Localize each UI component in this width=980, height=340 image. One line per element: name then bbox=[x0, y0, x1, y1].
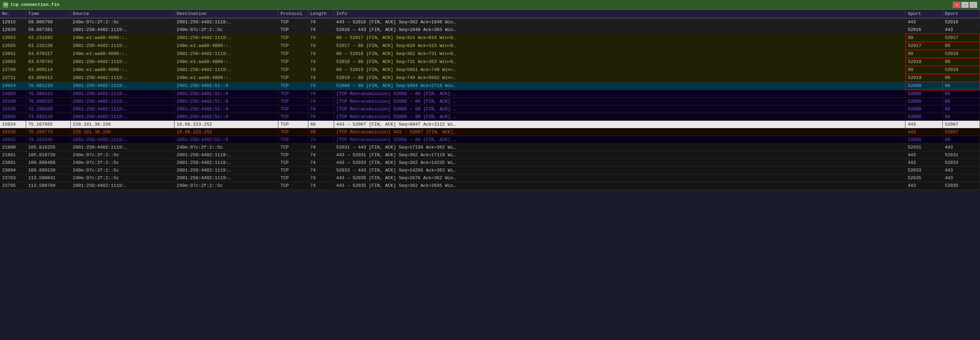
header-info[interactable]: Info bbox=[334, 10, 905, 18]
title-bar: 🦈 tcp.connection.fin ✕ ─ □ bbox=[0, 0, 980, 10]
header-dport[interactable]: Dport bbox=[942, 10, 980, 18]
table-row[interactable]: 1371163.8094122001:250:4402:1119:…240e:e… bbox=[0, 74, 980, 82]
cell-sport: 80 bbox=[905, 66, 943, 74]
cell-time: 63.232158 bbox=[26, 42, 71, 50]
cell-proto: TCP bbox=[278, 151, 308, 159]
cell-time: 70.081210 bbox=[26, 82, 71, 90]
cell-no: 12920 bbox=[0, 26, 26, 34]
cell-info: 443 → 52031 [FIN, ACK] Seq=362 Ack=17119… bbox=[334, 151, 905, 159]
cell-sport: 443 bbox=[905, 18, 943, 26]
cell-no: 13663 bbox=[0, 58, 26, 66]
table-row[interactable]: 23091109.898488240e:97c:2f:2::5c2001:250… bbox=[0, 159, 980, 167]
cell-time: 79.392945 bbox=[26, 136, 71, 144]
cell-time: 72.190360 bbox=[26, 106, 71, 113]
cell-len: 74 bbox=[308, 26, 334, 34]
table-row[interactable]: 1492470.0812102001:250:4402:1119:…2001:2… bbox=[0, 82, 980, 90]
table-row[interactable]: 1592875.189773220.181.38.15610.68.223.25… bbox=[0, 128, 980, 136]
cell-dest: 2001:250:4402:51::9 bbox=[175, 98, 278, 106]
cell-info: [TCP Retransmission] 52008 → 80 [FIN, AC… bbox=[334, 90, 905, 98]
cell-dest: 240e:97c:2f:2::5c bbox=[175, 26, 278, 34]
cell-source: 2001:250:4402:1119:… bbox=[70, 42, 174, 50]
cell-no: 23765 bbox=[0, 182, 26, 190]
cell-sport: 52018 bbox=[905, 58, 943, 66]
cell-no: 13661 bbox=[0, 50, 26, 58]
table-row[interactable]: 1533672.1903602001:250:4402:1119:…2001:2… bbox=[0, 106, 980, 113]
table-row[interactable]: 1366363.6707832001:250:4402:1119:…240e:e… bbox=[0, 58, 980, 66]
table-row[interactable]: 1370963.809114240e:e1:aa00:4000::…2001:2… bbox=[0, 66, 980, 74]
cell-dport: 52016 bbox=[942, 18, 980, 26]
cell-source: 240e:97c:2f:2::5c bbox=[70, 18, 174, 26]
cell-source: 220.181.38.156 bbox=[70, 128, 174, 136]
cell-source: 2001:250:4402:1119:… bbox=[70, 90, 174, 98]
table-row[interactable]: 23763113.580041240e:97c:2f:2::5c2001:250… bbox=[0, 174, 980, 182]
cell-no: 15924 bbox=[0, 121, 26, 128]
header-source[interactable]: Source bbox=[70, 10, 174, 18]
cell-no: 13709 bbox=[0, 66, 26, 74]
table-row[interactable]: 21800105.0182552001:250:4402:1119:…240e:… bbox=[0, 144, 980, 151]
cell-dport: 80 bbox=[942, 74, 980, 82]
cell-info: [TCP Retransmission] 52008 → 80 [FIN, AC… bbox=[334, 98, 905, 106]
header-time[interactable]: Time bbox=[26, 10, 71, 18]
header-sport[interactable]: Sport bbox=[905, 10, 943, 18]
cell-source: 2001:250:4402:1119:… bbox=[70, 182, 174, 190]
cell-dest: 2001:250:4402:51::9 bbox=[175, 90, 278, 98]
header-length[interactable]: Length bbox=[308, 10, 334, 18]
cell-sport: 52016 bbox=[905, 26, 943, 34]
table-row[interactable]: 21801105.019726240e:97c:2f:2::5c2001:250… bbox=[0, 151, 980, 159]
cell-proto: TCP bbox=[278, 128, 308, 136]
table-row[interactable]: 1292059.8873812001:250:4402:1119:…240e:9… bbox=[0, 26, 980, 34]
cell-len: 74 bbox=[308, 90, 334, 98]
cell-info: 80 → 52018 [FIN, ACK] Seq=362 Ack=731 Wi… bbox=[334, 50, 905, 58]
cell-time: 63.670317 bbox=[26, 50, 71, 58]
cell-sport: 52008 bbox=[905, 106, 943, 113]
table-row[interactable]: 1498370.3804132001:250:4402:1119:…2001:2… bbox=[0, 90, 980, 98]
cell-len: 74 bbox=[308, 98, 334, 106]
cell-dest: 240e:e1:aa00:4000::… bbox=[175, 74, 278, 82]
cell-len: 74 bbox=[308, 58, 334, 66]
close-button[interactable]: ✕ bbox=[953, 2, 961, 8]
cell-dport: 80 bbox=[942, 90, 980, 98]
cell-proto: TCP bbox=[278, 159, 308, 167]
table-row[interactable]: 23094109.899239240e:97c:2f:2::5c2001:250… bbox=[0, 167, 980, 174]
table-row[interactable]: 1592475.167865220.181.38.15610.68.223.25… bbox=[0, 121, 980, 128]
cell-sport: 443 bbox=[905, 151, 943, 159]
table-row[interactable]: 1356363.231682240e:e1:aa00:4000::…2001:2… bbox=[0, 34, 980, 42]
table-row[interactable]: 1580274.5921262001:250:4402:1119:…2001:2… bbox=[0, 113, 980, 121]
cell-time: 109.898488 bbox=[26, 159, 71, 167]
cell-proto: TCP bbox=[278, 174, 308, 182]
table-row[interactable]: 1366163.670317240e:e1:aa00:4000::…2001:2… bbox=[0, 50, 980, 58]
min-button[interactable]: ─ bbox=[961, 2, 969, 8]
table-row[interactable]: 1291559.886799240e:97c:2f:2::5c2001:250:… bbox=[0, 18, 980, 26]
cell-source: 2001:250:4402:1119:… bbox=[70, 58, 174, 66]
cell-proto: TCP bbox=[278, 18, 308, 26]
header-destination[interactable]: Destination bbox=[175, 10, 278, 18]
table-row[interactable]: 23765113.5887042001:250:4402:1119:…240e:… bbox=[0, 182, 980, 190]
cell-no: 15336 bbox=[0, 106, 26, 113]
header-no[interactable]: No. bbox=[0, 10, 26, 18]
cell-no: 15802 bbox=[0, 113, 26, 121]
cell-source: 2001:250:4402:1119:… bbox=[70, 136, 174, 144]
cell-dest: 2001:250:4402:1119:… bbox=[175, 167, 278, 174]
cell-no: 14983 bbox=[0, 90, 26, 98]
cell-dest: 2001:250:4402:1119:… bbox=[175, 34, 278, 42]
cell-dport: 52017 bbox=[942, 34, 980, 42]
table-row[interactable]: 1688279.3929452001:250:4402:1119:…2001:2… bbox=[0, 136, 980, 144]
table-row[interactable]: 1510070.9902332001:250:4402:1119:…2001:2… bbox=[0, 98, 980, 106]
cell-dport: 443 bbox=[942, 144, 980, 151]
cell-proto: TCP bbox=[278, 90, 308, 98]
header-protocol[interactable]: Protocol bbox=[278, 10, 308, 18]
max-button[interactable]: □ bbox=[970, 2, 977, 8]
cell-source: 220.181.38.156 bbox=[70, 121, 174, 128]
cell-dport: 443 bbox=[942, 26, 980, 34]
cell-dest: 2001:250:4402:1119:… bbox=[175, 174, 278, 182]
cell-dport: 52018 bbox=[942, 50, 980, 58]
cell-dport: 80 bbox=[942, 136, 980, 144]
cell-dest: 10.68.223.252 bbox=[175, 121, 278, 128]
cell-time: 75.167865 bbox=[26, 121, 71, 128]
cell-sport: 52017 bbox=[905, 42, 943, 50]
cell-len: 74 bbox=[308, 182, 334, 190]
cell-info: 52033 → 443 [FIN, ACK] Seq=14266 Ack=363… bbox=[334, 167, 905, 174]
cell-len: 74 bbox=[308, 66, 334, 74]
table-row[interactable]: 1356563.2321582001:250:4402:1119:…240e:e… bbox=[0, 42, 980, 50]
cell-dest: 240e:e1:aa00:4000::… bbox=[175, 42, 278, 50]
